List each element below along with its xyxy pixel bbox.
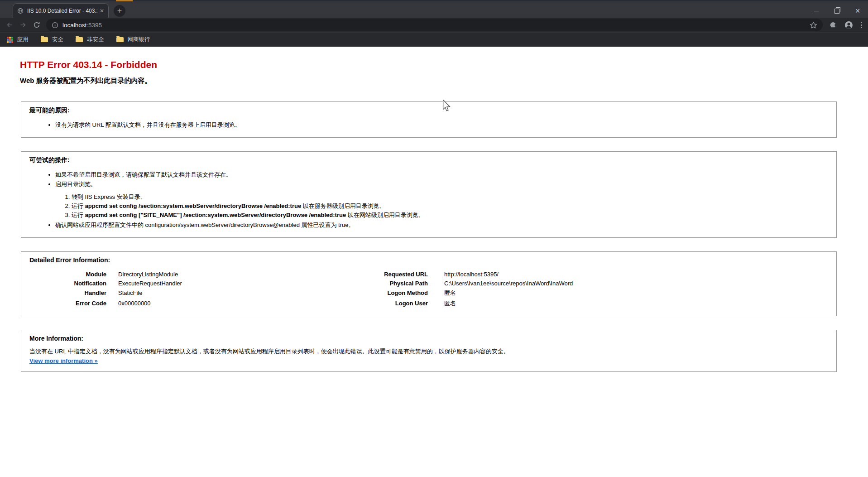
back-button[interactable] bbox=[3, 19, 16, 31]
page-content: HTTP Error 403.14 - Forbidden Web 服务器被配置… bbox=[0, 47, 868, 477]
restore-icon bbox=[834, 9, 839, 14]
new-tab-icon: + bbox=[117, 7, 122, 15]
field-value: C:\Users\Ivan1ee\source\repos\InaWord\In… bbox=[428, 279, 573, 288]
table-row: Error Code 0x00000000 Logon User 匿名 bbox=[29, 298, 573, 308]
section-things-to-try: 可尝试的操作: 如果不希望启用目录浏览，请确保配置了默认文档并且该文件存在。 启… bbox=[21, 151, 837, 238]
back-icon bbox=[6, 21, 13, 29]
step-text: 运行 bbox=[72, 202, 85, 209]
field-value: 0x00000000 bbox=[106, 298, 292, 308]
apps-grid-icon bbox=[7, 37, 13, 43]
detailed-info-table: Module DirectoryListingModule Requested … bbox=[29, 270, 573, 308]
browser-toolbar: localhost:5395 bbox=[0, 18, 868, 32]
url-port: :5395 bbox=[86, 22, 102, 29]
bookmark-label: 安全 bbox=[52, 36, 63, 43]
browser-window: IIS 10.0 Detailed Error - 403.14 ✕ + ✕ l… bbox=[0, 0, 868, 477]
bookmark-folder-bank[interactable]: 网商银行 bbox=[116, 36, 150, 43]
step-item: 运行 appcmd set config ["SITE_NAME"] /sect… bbox=[72, 211, 828, 219]
more-info-text: 当没有在 URL 中指定文档，没有为网站或应用程序指定默认文档，或者没有为网站或… bbox=[29, 347, 828, 356]
table-row: Notification ExecuteRequestHandler Physi… bbox=[29, 279, 573, 288]
step-text: 运行 bbox=[72, 212, 85, 218]
folder-icon bbox=[116, 37, 124, 42]
bookmark-item-apps[interactable]: 应用 bbox=[7, 36, 29, 43]
likely-causes-list: 没有为请求的 URL 配置默认文档，并且没有在服务器上启用目录浏览。 bbox=[29, 120, 828, 129]
field-value: 匿名 bbox=[428, 298, 573, 308]
bookmark-star-icon[interactable] bbox=[810, 21, 817, 29]
forward-button[interactable] bbox=[16, 19, 30, 31]
folder-icon bbox=[76, 37, 83, 42]
profile-avatar-icon[interactable] bbox=[844, 21, 853, 29]
section-likely-causes: 最可能的原因: 没有为请求的 URL 配置默认文档，并且没有在服务器上启用目录浏… bbox=[21, 101, 837, 138]
field-label: Requested URL bbox=[292, 270, 428, 279]
section-title: More Information: bbox=[29, 335, 828, 342]
tab-close-icon[interactable]: ✕ bbox=[100, 8, 104, 14]
field-value: ExecuteRequestHandler bbox=[106, 279, 292, 288]
field-value: 匿名 bbox=[428, 288, 573, 298]
forward-icon bbox=[19, 21, 27, 29]
section-title: 可尝试的操作: bbox=[29, 156, 828, 164]
bookmark-folder-safe[interactable]: 安全 bbox=[41, 36, 63, 43]
bookmark-label: 网商银行 bbox=[128, 36, 150, 43]
reload-button[interactable] bbox=[30, 19, 43, 31]
field-label: Physical Path bbox=[292, 279, 428, 288]
table-row: Handler StaticFile Logon Method 匿名 bbox=[29, 288, 573, 298]
bookmark-folder-unsafe[interactable]: 非安全 bbox=[76, 36, 104, 43]
address-bar[interactable]: localhost:5395 bbox=[46, 19, 823, 31]
things-to-try-list: 如果不希望启用目录浏览，请确保配置了默认文档并且该文件存在。 启用目录浏览。 转… bbox=[29, 170, 828, 229]
field-value: DirectoryListingModule bbox=[106, 270, 292, 279]
step-item: 转到 IIS Express 安装目录。 bbox=[72, 193, 828, 201]
cursor-arrow-icon bbox=[442, 99, 451, 112]
menu-dots-icon[interactable] bbox=[861, 22, 862, 28]
step-text: 转到 IIS Express 安装目录。 bbox=[72, 193, 146, 200]
field-label: Logon User bbox=[292, 298, 428, 308]
window-controls: ✕ bbox=[806, 3, 868, 19]
close-icon: ✕ bbox=[855, 8, 860, 14]
section-more-info: More Information: 当没有在 URL 中指定文档，没有为网站或应… bbox=[21, 330, 837, 372]
field-label: Error Code bbox=[29, 298, 106, 308]
field-label: Notification bbox=[29, 279, 106, 288]
extensions-puzzle-icon[interactable] bbox=[829, 21, 837, 29]
enable-browsing-steps: 转到 IIS Express 安装目录。 运行 appcmd set confi… bbox=[55, 193, 828, 219]
bookmarks-bar: 应用 安全 非安全 网商银行 bbox=[0, 32, 868, 47]
error-subtitle: Web 服务器被配置为不列出此目录的内容。 bbox=[20, 77, 868, 85]
toolbar-right-icons bbox=[826, 21, 868, 29]
step-command: appcmd set config ["SITE_NAME"] /section… bbox=[85, 212, 346, 218]
section-title: Detailed Error Information: bbox=[29, 256, 828, 264]
globe-favicon bbox=[17, 8, 24, 14]
list-item-text: 启用目录浏览。 bbox=[55, 181, 96, 188]
field-label: Handler bbox=[29, 288, 106, 298]
browser-tab[interactable]: IIS 10.0 Detailed Error - 403.14 ✕ bbox=[13, 3, 109, 18]
field-label: Logon Method bbox=[292, 288, 428, 298]
field-value: http://localhost:5395/ bbox=[428, 270, 573, 279]
minimize-button[interactable] bbox=[806, 3, 826, 19]
tab-bar: IIS 10.0 Detailed Error - 403.14 ✕ + ✕ bbox=[0, 1, 868, 18]
list-item: 启用目录浏览。 转到 IIS Express 安装目录。 运行 appcmd s… bbox=[55, 180, 828, 219]
step-item: 运行 appcmd set config /section:system.web… bbox=[72, 202, 828, 210]
field-value: StaticFile bbox=[106, 288, 292, 298]
field-label: Module bbox=[29, 270, 106, 279]
folder-icon bbox=[41, 37, 48, 42]
tab-title: IIS 10.0 Detailed Error - 403.14 bbox=[27, 8, 97, 14]
view-more-information-link[interactable]: View more information » bbox=[29, 357, 98, 364]
table-row: Module DirectoryListingModule Requested … bbox=[29, 270, 573, 279]
new-tab-button[interactable]: + bbox=[114, 5, 125, 17]
step-text: 以在服务器级别启用目录浏览。 bbox=[301, 202, 385, 209]
bookmark-label: 应用 bbox=[17, 36, 29, 43]
url-host: localhost bbox=[62, 22, 86, 29]
close-button[interactable]: ✕ bbox=[847, 3, 868, 19]
info-icon[interactable] bbox=[52, 22, 58, 29]
restore-button[interactable] bbox=[826, 3, 847, 19]
list-item: 如果不希望启用目录浏览，请确保配置了默认文档并且该文件存在。 bbox=[55, 170, 828, 179]
bookmark-label: 非安全 bbox=[87, 36, 104, 43]
minimize-icon bbox=[814, 11, 819, 11]
step-command: appcmd set config /section:system.webSer… bbox=[85, 202, 302, 209]
error-title: HTTP Error 403.14 - Forbidden bbox=[20, 59, 868, 70]
section-title: 最可能的原因: bbox=[29, 106, 828, 115]
list-item: 没有为请求的 URL 配置默认文档，并且没有在服务器上启用目录浏览。 bbox=[55, 120, 828, 129]
step-text: 以在网站级别启用目录浏览。 bbox=[346, 212, 424, 218]
section-detailed-info: Detailed Error Information: Module Direc… bbox=[21, 251, 837, 316]
reload-icon bbox=[33, 21, 40, 29]
list-item: 确认网站或应用程序配置文件中的 configuration/system.web… bbox=[55, 221, 828, 229]
